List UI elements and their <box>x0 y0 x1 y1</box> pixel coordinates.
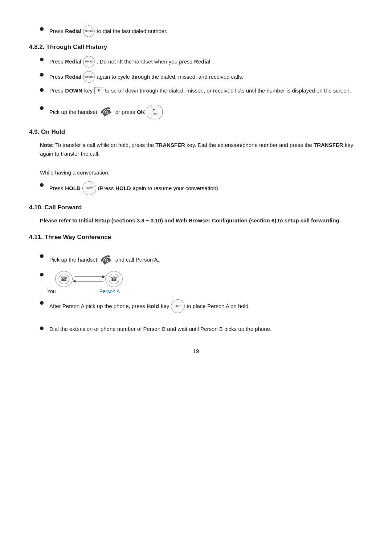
bullet-dot <box>40 58 44 61</box>
three-way-bullet3: Dial the extension or phone number of Pe… <box>40 325 363 333</box>
hold-label-2: HOLD <box>115 184 131 193</box>
person-a-label: Person A <box>99 288 120 294</box>
handset-icon-1: ☎ <box>98 103 115 122</box>
handset-icon-2: ☎ <box>98 250 115 269</box>
bullet-dot <box>40 183 44 187</box>
person-labels: You Person A <box>47 288 363 294</box>
on-hold-section: 4.9. On Hold Note: To transfer a call wh… <box>29 128 363 195</box>
down-label: DOWN <box>65 86 82 95</box>
call-history-bullet2: Press Redial Redial again to cycle throu… <box>40 71 363 83</box>
while-conversation-text: While having a conversation: <box>40 168 363 177</box>
three-way-section: 4.11. Three Way Conference Pick up the h… <box>29 234 363 334</box>
bullet-dot <box>40 301 44 305</box>
bullet-dot <box>40 27 44 31</box>
call-forward-heading: 4.10. Call Forward <box>29 204 363 211</box>
on-hold-note: Note: To transfer a call while on hold, … <box>40 141 363 158</box>
call-history-section: 4.8.2. Through Call History Press Redial… <box>29 44 363 120</box>
down-arrow-button-icon: ▼ <box>94 87 103 94</box>
svg-marker-3 <box>102 275 105 278</box>
redial-intro-text: Press Redial Redial to dial the last dia… <box>49 25 167 37</box>
hold-label: HOLD <box>65 184 81 193</box>
call-history-bullet3: Press DOWN key ▼ to scroll down through … <box>40 86 363 95</box>
hold-button-icon-2: Hold <box>171 299 185 313</box>
bullet-dot <box>40 106 44 110</box>
bullet-dot <box>40 73 44 77</box>
redial-button-icon: Redial <box>83 25 95 37</box>
svg-text:☎: ☎ <box>60 276 68 282</box>
three-way-bullet2: After Person A pick up the phone, press … <box>40 299 363 313</box>
bullet-dot <box>40 88 44 92</box>
you-phone-icon: ☎ <box>55 271 73 287</box>
call-forward-text: Please refer to Initial Setup (sections … <box>40 216 363 225</box>
call-forward-section: 4.10. Call Forward Please refer to Initi… <box>29 204 363 225</box>
ok-button-icon: ▶OK <box>147 105 163 119</box>
person-a-phone-icon: ☎ <box>105 271 123 287</box>
call-history-bullet4: Pick up the handset ☎ or press OK ▶OK <box>40 104 363 120</box>
redial-button-icon-2: Redial <box>83 56 95 67</box>
bullet-dot <box>40 273 44 276</box>
three-way-bullet1: Pick up the handset ☎ and call Person A. <box>40 253 363 268</box>
conversation-arrows <box>73 272 105 286</box>
bullet-dot <box>40 327 44 330</box>
you-label: You <box>47 288 56 294</box>
on-hold-bullet: Press HOLD Hold (Press HOLD again to res… <box>40 181 363 195</box>
ok-label: OK <box>137 108 145 116</box>
svg-marker-5 <box>73 280 75 283</box>
redial-label-3: Redial <box>65 73 81 81</box>
call-history-bullet1: Press Redial Redial . Do not lift the ha… <box>40 56 363 67</box>
hold-button-icon: Hold <box>82 181 96 195</box>
page-number: 19 <box>29 348 363 354</box>
call-history-heading: 4.8.2. Through Call History <box>29 44 363 51</box>
redial-label: Redial <box>65 57 81 66</box>
redial-button-icon-3: Redial <box>83 71 95 83</box>
redial-label-2: Redial <box>194 57 211 66</box>
hold-label-3: Hold <box>147 302 159 311</box>
svg-text:☎: ☎ <box>110 276 118 282</box>
bullet-dot <box>40 254 44 258</box>
three-way-heading: 4.11. Three Way Conference <box>29 234 363 241</box>
on-hold-heading: 4.9. On Hold <box>29 128 363 136</box>
